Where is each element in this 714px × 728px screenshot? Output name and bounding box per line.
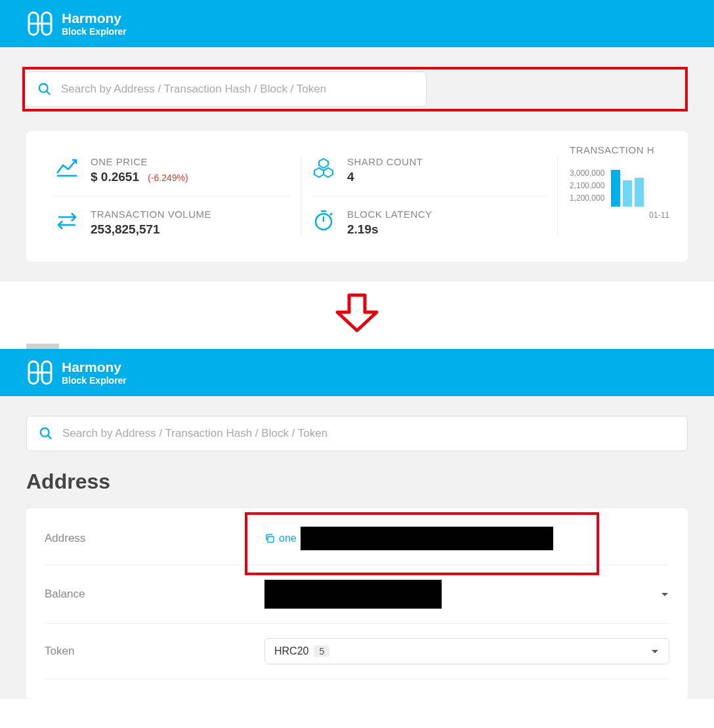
chart-bar xyxy=(635,178,644,207)
stat-tx-volume: TRANSACTION VOLUME 253,825,571 xyxy=(55,196,290,249)
stat-label: BLOCK LATENCY xyxy=(347,209,432,220)
stat-change: (-6.249%) xyxy=(148,172,188,183)
stat-value: 4 xyxy=(347,170,423,184)
swap-icon xyxy=(55,209,79,232)
row-token: Token HRC20 5 xyxy=(45,624,669,679)
brand[interactable]: Harmony Block Explorer xyxy=(26,10,127,37)
app-header: Harmony Block Explorer xyxy=(0,0,714,47)
stat-value: 253,825,571 xyxy=(91,222,211,237)
chart-bar xyxy=(623,180,632,207)
address-prefix: one xyxy=(279,533,297,544)
chart-bars xyxy=(611,167,644,207)
brand-subtitle: Block Explorer xyxy=(62,26,127,37)
down-arrow-icon xyxy=(331,290,383,336)
stat-label: SHARD COUNT xyxy=(347,156,423,167)
search-input[interactable] xyxy=(62,427,675,440)
highlight-box-search xyxy=(22,67,688,111)
row-address: Address one xyxy=(45,512,669,565)
row-label: Balance xyxy=(45,588,264,601)
brand-subtitle: Block Explorer xyxy=(62,375,127,386)
search-icon xyxy=(37,82,52,96)
harmony-logo-icon xyxy=(26,10,54,37)
row-label: Address xyxy=(45,532,264,545)
svg-line-16 xyxy=(48,435,52,439)
brand-title: Harmony xyxy=(62,10,127,26)
stat-label: TRANSACTION VOLUME xyxy=(91,209,211,220)
cubes-icon xyxy=(312,156,335,180)
arrow-annotation xyxy=(0,281,714,344)
chart-x-label: 01-11 xyxy=(570,211,669,220)
copy-icon[interactable] xyxy=(264,533,275,544)
search-bar[interactable] xyxy=(25,71,427,107)
scrollbar-hint xyxy=(0,344,714,349)
page-title: Address xyxy=(26,470,688,494)
brand[interactable]: Harmony Block Explorer xyxy=(26,359,127,386)
address-detail-card: Address one Balance Token xyxy=(26,508,688,699)
redacted-address xyxy=(301,527,553,550)
stat-value: 2.19s xyxy=(347,222,432,237)
chart-bar xyxy=(611,170,620,207)
chart-y-axis: 3,000,000 2,100,000 1,200,000 xyxy=(570,167,604,207)
svg-point-3 xyxy=(39,84,48,92)
trend-up-icon xyxy=(55,156,79,180)
stat-block-latency: BLOCK LATENCY 2.19s xyxy=(312,196,547,249)
token-type: HRC20 xyxy=(274,645,308,657)
row-balance: Balance xyxy=(45,565,669,624)
transaction-chart: TRANSACTION H 3,000,000 2,100,000 1,200,… xyxy=(558,144,669,249)
stat-shard-count: SHARD COUNT 4 xyxy=(312,144,547,196)
search-icon xyxy=(39,426,53,441)
search-bar[interactable] xyxy=(26,416,688,451)
app-header: Harmony Block Explorer xyxy=(0,349,714,396)
stat-one-price: ONE PRICE $ 0.2651 (-6.249%) xyxy=(55,144,290,196)
search-input[interactable] xyxy=(61,83,414,96)
brand-title: Harmony xyxy=(62,359,127,375)
svg-line-4 xyxy=(47,91,51,95)
stats-card: ONE PRICE $ 0.2651 (-6.249%) TRANSACTION… xyxy=(26,131,688,262)
row-label: Token xyxy=(45,645,264,658)
svg-line-11 xyxy=(330,213,332,215)
svg-point-15 xyxy=(41,428,49,437)
chart-title: TRANSACTION H xyxy=(570,144,669,155)
harmony-logo-icon xyxy=(26,359,54,386)
chevron-down-icon xyxy=(650,647,660,656)
chevron-down-icon[interactable] xyxy=(660,590,669,599)
svg-rect-17 xyxy=(268,536,274,542)
stopwatch-icon xyxy=(312,209,335,232)
token-select[interactable]: HRC20 5 xyxy=(264,638,669,664)
stat-label: ONE PRICE xyxy=(91,156,188,167)
stat-value: $ 0.2651 (-6.249%) xyxy=(91,170,188,184)
token-count-badge: 5 xyxy=(314,645,329,657)
redacted-balance xyxy=(264,580,442,609)
